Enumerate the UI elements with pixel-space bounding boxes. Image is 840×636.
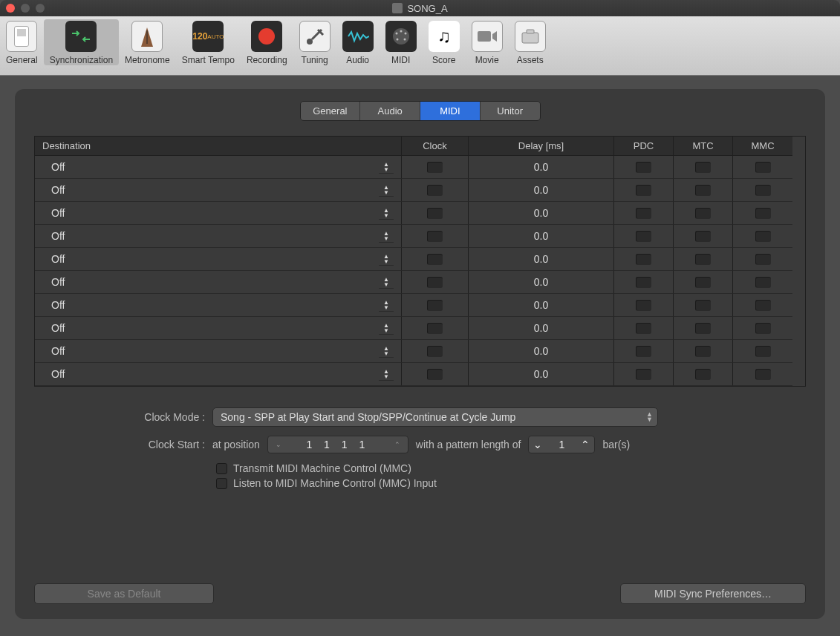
- tab-midi[interactable]: MIDI: [420, 102, 481, 120]
- mmc-checkbox[interactable]: [755, 162, 771, 173]
- destination-cell[interactable]: Off▲▼: [35, 317, 402, 340]
- pdc-checkbox[interactable]: [636, 323, 651, 334]
- mmc-checkbox[interactable]: [755, 208, 771, 219]
- mtc-checkbox[interactable]: [695, 254, 711, 265]
- toolbar-item-movie[interactable]: Movie: [466, 21, 509, 65]
- pdc-checkbox[interactable]: [636, 231, 651, 242]
- toolbar-item-recording[interactable]: Recording: [241, 21, 293, 65]
- destination-cell[interactable]: Off▲▼: [35, 294, 402, 317]
- clock-mode-dropdown[interactable]: Song - SPP at Play Start and Stop/SPP/Co…: [212, 407, 658, 427]
- pdc-checkbox[interactable]: [636, 369, 651, 380]
- destination-value: Off: [51, 184, 65, 196]
- table-row: Off▲▼0.0: [35, 248, 805, 271]
- chevron-down-icon: ⌄: [533, 439, 542, 450]
- delay-cell[interactable]: 0.0: [469, 156, 614, 179]
- mtc-checkbox[interactable]: [695, 369, 711, 380]
- mtc-checkbox[interactable]: [695, 208, 711, 219]
- mtc-checkbox[interactable]: [695, 277, 711, 288]
- clock-checkbox[interactable]: [427, 369, 443, 380]
- pdc-checkbox[interactable]: [636, 208, 651, 219]
- svg-point-8: [404, 33, 406, 35]
- mmc-checkbox[interactable]: [755, 323, 771, 334]
- mtc-checkbox[interactable]: [695, 323, 711, 334]
- mtc-checkbox[interactable]: [695, 346, 711, 357]
- toolbar-item-midi[interactable]: MIDI: [380, 21, 423, 65]
- table-row: Off▲▼0.0: [35, 294, 805, 317]
- tab-audio[interactable]: Audio: [360, 102, 420, 120]
- toolbar-item-metronome[interactable]: Metronome: [119, 21, 176, 65]
- clock-checkbox[interactable]: [427, 300, 443, 311]
- mmc-checkbox[interactable]: [755, 346, 771, 357]
- mtc-checkbox[interactable]: [695, 185, 711, 196]
- chevron-up-icon: ⌃: [394, 441, 400, 448]
- delay-cell[interactable]: 0.0: [469, 202, 614, 225]
- toolbar-item-smart-tempo[interactable]: 120AUTOSmart Tempo: [176, 21, 241, 65]
- mmc-cell: [733, 156, 792, 179]
- wave-icon: [342, 21, 374, 52]
- toolbar-item-synchronization[interactable]: Synchronization: [44, 19, 119, 65]
- toolbar-item-audio[interactable]: Audio: [336, 21, 380, 65]
- delay-cell[interactable]: 0.0: [469, 294, 614, 317]
- destination-cell[interactable]: Off▲▼: [35, 156, 402, 179]
- destination-cell[interactable]: Off▲▼: [35, 179, 402, 202]
- delay-cell[interactable]: 0.0: [469, 363, 614, 386]
- position-field[interactable]: ⌄ 1 1 1 1 ⌃: [267, 436, 408, 453]
- delay-cell[interactable]: 0.0: [469, 225, 614, 248]
- th-clock: Clock: [402, 137, 469, 156]
- toolbar-item-general[interactable]: General: [0, 21, 44, 65]
- segmented-control: GeneralAudioMIDIUnitor: [300, 101, 541, 121]
- clock-checkbox[interactable]: [427, 231, 443, 242]
- tab-general[interactable]: General: [301, 102, 361, 120]
- clock-checkbox[interactable]: [427, 323, 443, 334]
- window-title: SONG_A: [0, 3, 840, 14]
- document-icon: [392, 3, 403, 13]
- mmc-checkbox[interactable]: [755, 300, 771, 311]
- destination-cell[interactable]: Off▲▼: [35, 225, 402, 248]
- destination-cell[interactable]: Off▲▼: [35, 271, 402, 294]
- destination-cell[interactable]: Off▲▼: [35, 248, 402, 271]
- mmc-checkbox[interactable]: [755, 369, 771, 380]
- destination-cell[interactable]: Off▲▼: [35, 202, 402, 225]
- clock-checkbox[interactable]: [427, 277, 443, 288]
- destination-cell[interactable]: Off▲▼: [35, 340, 402, 363]
- pdc-cell: [614, 317, 674, 340]
- clock-cell: [402, 202, 469, 225]
- delay-cell[interactable]: 0.0: [469, 271, 614, 294]
- clock-checkbox[interactable]: [427, 208, 443, 219]
- pdc-checkbox[interactable]: [636, 277, 651, 288]
- mtc-checkbox[interactable]: [695, 231, 711, 242]
- midi-sync-prefs-button[interactable]: MIDI Sync Preferences…: [620, 583, 806, 604]
- listen-mmc-checkbox[interactable]: [216, 478, 227, 489]
- pdc-checkbox[interactable]: [636, 346, 651, 357]
- clock-checkbox[interactable]: [427, 162, 443, 173]
- destination-cell[interactable]: Off▲▼: [35, 363, 402, 386]
- pdc-checkbox[interactable]: [636, 300, 651, 311]
- clock-checkbox[interactable]: [427, 185, 443, 196]
- destination-value: Off: [51, 161, 65, 173]
- mmc-checkbox[interactable]: [755, 254, 771, 265]
- tab-unitor[interactable]: Unitor: [481, 102, 540, 120]
- mmc-checkbox[interactable]: [755, 231, 771, 242]
- delay-cell[interactable]: 0.0: [469, 179, 614, 202]
- delay-cell[interactable]: 0.0: [469, 340, 614, 363]
- toolbar-item-score[interactable]: ♫Score: [423, 21, 466, 65]
- mtc-cell: [674, 340, 733, 363]
- toolbar-item-tuning[interactable]: Tuning: [293, 21, 336, 65]
- clock-checkbox[interactable]: [427, 346, 443, 357]
- delay-cell[interactable]: 0.0: [469, 317, 614, 340]
- toolbar-item-assets[interactable]: Assets: [509, 21, 552, 65]
- pattern-length-field[interactable]: ⌄ 1 ⌃: [528, 436, 595, 453]
- pdc-checkbox[interactable]: [636, 185, 651, 196]
- pdc-checkbox[interactable]: [636, 254, 651, 265]
- transmit-mmc-checkbox[interactable]: [216, 463, 227, 474]
- clock-checkbox[interactable]: [427, 254, 443, 265]
- mmc-checkbox[interactable]: [755, 277, 771, 288]
- main-area: GeneralAudioMIDIUnitor Destination Clock…: [0, 76, 840, 636]
- mtc-checkbox[interactable]: [695, 300, 711, 311]
- transmit-mmc-label: Transmit MIDI Machine Control (MMC): [233, 462, 411, 474]
- mtc-checkbox[interactable]: [695, 162, 711, 173]
- mmc-checkbox[interactable]: [755, 185, 771, 196]
- delay-cell[interactable]: 0.0: [469, 248, 614, 271]
- pdc-checkbox[interactable]: [636, 162, 651, 173]
- save-default-button[interactable]: Save as Default: [34, 583, 214, 604]
